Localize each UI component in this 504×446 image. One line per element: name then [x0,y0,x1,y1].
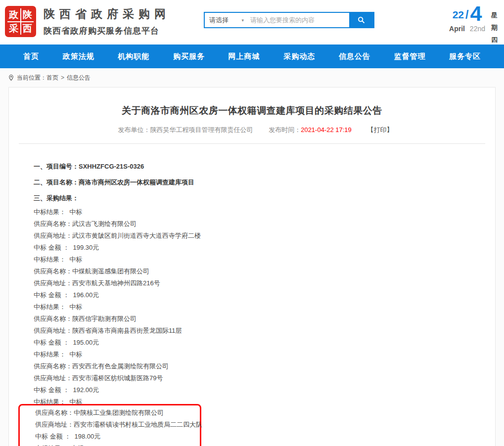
highlight-annotation-box: 供应商名称：中陕核工业集团测绘院有限公司供应商地址：西安市灞桥镇读书村核工业地质… [18,404,201,446]
content-line: 供应商名称：中煤航测遥感集团有限公司 [34,266,495,277]
content-line: 供应商名称：陕西信宇勘测有限公司 [34,313,495,325]
nav-item[interactable]: 购买服务 [173,52,205,61]
nav-item[interactable]: 服务专区 [449,52,481,61]
search-button[interactable] [349,13,373,27]
breadcrumb-separator: > [61,74,64,81]
site-subtitle: 陕西省政府购买服务信息平台 [44,25,170,37]
content-line: 供应商名称：中陕核工业集团测绘院有限公司 [35,407,200,419]
content-line: 中标 金额 ： 198.00元 [35,431,200,443]
chevron-down-icon: ▾ [241,18,244,23]
seal-char: 陕 [21,8,34,21]
content-line: 一、项目编号：SXHHZFCG-21S-0326 [34,159,495,175]
publisher-label: 发布单位： [118,126,150,134]
print-button[interactable]: 【打印】 [367,126,393,134]
content-line: 供应商名称：西安西北有色金属测绘院有限公司 [34,360,495,372]
seal-char: 西 [21,22,34,35]
search-bar: 请选择 ▾ [204,12,374,28]
content-line: 供应商地址：西安市灞桥镇读书村核工业地质局二二四大队 [35,419,200,431]
content-line: 供应商地址：西安市航天基地神州四路216号 [34,277,495,289]
search-category-select[interactable]: 请选择 ▾ [205,13,248,27]
nav-item[interactable]: 网上商城 [229,52,260,61]
seal-char: 采 [7,22,20,35]
nav-item[interactable]: 采购动态 [283,52,315,61]
breadcrumb: 当前位置： 首页 > 信息公告 [0,68,504,87]
nav-item[interactable]: 信息公告 [339,52,370,61]
content-line: 中标结果： 中标 [34,301,495,313]
nav-item[interactable]: 政策法规 [63,52,94,61]
article-lines: 一、项目编号：SXHHZFCG-21S-0326二、项目名称：商洛市商州区农房一… [34,159,495,408]
site-title: 陕西省政府采购网 [44,6,170,22]
search-select-label: 请选择 [209,16,229,25]
publisher-value: 陕西昊华工程项目管理有限责任公司 [150,126,253,134]
date-day: 22 [453,9,464,24]
nav-item[interactable]: 监督管理 [394,52,425,61]
nav-item[interactable]: 机构职能 [118,52,149,61]
date-month-number: 4 [470,3,482,24]
location-pin-icon [8,74,14,81]
date-ordinal: 22nd [470,25,485,33]
seal-char: 政 [7,8,20,21]
search-icon [357,16,366,24]
date-widget: 22 / 4 April 22nd 星期四 [449,3,499,46]
site-logo[interactable]: 政 陕 采 西 陕西省政府采购网 陕西省政府购买服务信息平台 [5,6,170,37]
breadcrumb-current-link[interactable]: 信息公告 [67,74,91,82]
highlighted-lines: 供应商名称：中陕核工业集团测绘院有限公司供应商地址：西安市灞桥镇读书村核工业地质… [35,407,200,446]
content-line: 供应商地址：陕西省商洛市商南县西街景龙国际11层 [34,325,495,337]
date-separator: / [464,8,470,24]
site-header: 政 陕 采 西 陕西省政府采购网 陕西省政府购买服务信息平台 请选择 ▾ [0,0,504,45]
main-navigation: 首页政策法规机构职能购买服务网上商城采购动态信息公告监督管理服务专区 [0,45,504,68]
content-line: 中标 金额 ： 192.00元 [34,384,495,396]
content-line: 中标结果： 中标 [34,206,495,218]
publish-time-value: 2021-04-22 17:19 [301,126,352,134]
content-line: 三、采购结果： [34,190,495,206]
article-body: 一、项目编号：SXHHZFCG-21S-0326二、项目名称：商洛市商州区农房一… [34,159,495,446]
content-line: 供应商名称：武汉吉飞测绘有限公司 [34,218,495,230]
article-card: 关于商洛市商州区农房一体权籍调查建库项目的采购结果公告 发布单位：陕西昊华工程项… [8,87,496,446]
search-input[interactable] [248,13,349,27]
content-line: 中标 金额 ： 199.30元 [34,242,495,254]
content-line: 二、项目名称：商洛市商州区农房一体权籍调查建库项目 [34,175,495,190]
content-line: 中标结果： 中标 [34,254,495,266]
content-line: 中标结果： 中标 [34,349,495,360]
content-line: 供应商地址：武汉市黄陂区前川街道西寺大道西寺学府二楼 [34,230,495,242]
article-meta: 发布单位：陕西昊华工程项目管理有限责任公司 发布时间：2021-04-22 17… [9,126,495,134]
nav-item[interactable]: 首页 [23,52,39,61]
content-line: 中标结果： 中标 [35,443,200,446]
content-line: 中标 金额 ： 196.00元 [34,289,495,301]
article-title: 关于商洛市商州区农房一体权籍调查建库项目的采购结果公告 [9,104,495,117]
breadcrumb-home-link[interactable]: 首页 [46,74,58,82]
seal-logo-icon: 政 陕 采 西 [5,6,36,37]
breadcrumb-label: 当前位置： [17,74,46,82]
page-body: 当前位置： 首页 > 信息公告 关于商洛市商州区农房一体权籍调查建库项目的采购结… [0,68,504,446]
date-month-name: April [449,25,465,33]
content-line: 中标 金额 ： 195.00元 [34,337,495,349]
divider [19,143,485,144]
content-line: 供应商地址：西安市灞桥区纺织城新医路79号 [34,372,495,384]
publish-time-label: 发布时间： [269,126,301,134]
date-weekday: 星期四 [491,3,499,46]
